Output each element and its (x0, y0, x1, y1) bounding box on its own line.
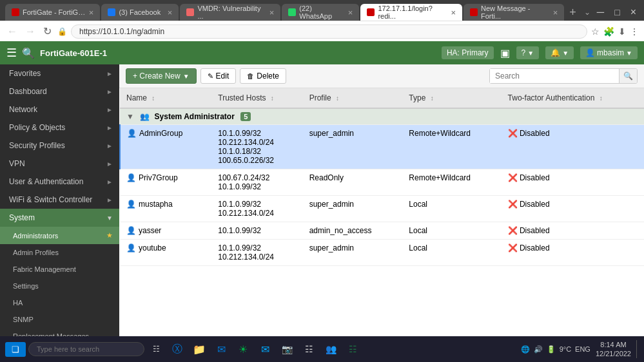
ha-status[interactable]: HA: Primary (442, 46, 494, 59)
tab-facebook[interactable]: (3) Facebook × (101, 4, 179, 21)
user-icon: 👤 (126, 173, 136, 182)
back-button[interactable]: ← (5, 26, 19, 37)
tab-close-vmdr[interactable]: × (269, 8, 275, 17)
sidebar-item-admin-profiles[interactable]: Admin Profiles (0, 244, 119, 261)
sidebar-item-dashboard[interactable]: Dashboard ► (0, 82, 119, 100)
alerts-menu[interactable]: 🔔 ▼ (545, 46, 574, 59)
tab-close-fortilogin[interactable]: × (451, 8, 456, 17)
maximize-button[interactable]: □ (612, 7, 622, 17)
delete-icon: 🗑 (247, 72, 254, 80)
table-row[interactable]: 👤 yasser 10.1.0.99/32 admin_no_access Lo… (120, 222, 644, 240)
taskbar-app-teams[interactable]: 👥 (321, 339, 340, 359)
col-trusted-hosts[interactable]: Trusted Hosts ↕ (211, 88, 302, 108)
tab-vmdr[interactable]: VMDR: Vulnerability ... × (180, 4, 280, 21)
name-cell: 👤 youtube (120, 240, 211, 266)
keyboard-lang: ENG (575, 345, 590, 353)
col-profile[interactable]: Profile ↕ (303, 88, 403, 108)
sidebar-item-ha[interactable]: HA (0, 294, 119, 311)
sort-profile-icon: ↕ (336, 95, 339, 102)
taskbar-app-apps[interactable]: ☷ (299, 339, 318, 359)
user-menu[interactable]: 👤 mbasim ▼ (580, 46, 638, 59)
taskbar-app-photos[interactable]: 📷 (277, 339, 297, 359)
sys-tray-area: 🌐 🔊 🔋 9°C ENG (521, 345, 590, 354)
battery-icon[interactable]: 🔋 (547, 345, 556, 354)
tab-fortinet[interactable]: FortiGate - FortiGa... × (5, 4, 100, 21)
help-menu[interactable]: ? ▼ (516, 46, 540, 59)
sidebar-item-user-auth[interactable]: User & Authentication ► (0, 173, 119, 191)
tab-close-facebook[interactable]: × (168, 8, 173, 17)
table-row[interactable]: 👤 mustapha 10.1.0.99/32 10.212.134.0/24 … (120, 196, 644, 222)
disabled-icon: ❌ (508, 129, 518, 138)
content-toolbar: + Create New ▼ ✎ Edit 🗑 Delete 🔍 (119, 64, 644, 88)
search-submit-icon[interactable]: 🔍 (619, 69, 637, 83)
tab-add-button[interactable]: + (565, 4, 580, 21)
download-icon[interactable]: ⬇ (618, 26, 626, 37)
extensions-icon[interactable]: 🧩 (603, 26, 614, 37)
address-bar: ← → ↻ 🔒 ☆ 🧩 ⬇ ⋮ (0, 21, 644, 41)
group-row-system-admin[interactable]: ▼ 👥 System Administrator 5 (120, 108, 644, 125)
taskbar-app-browser[interactable]: ☀ (233, 339, 253, 359)
taskbar-app-edge[interactable]: Ⓧ (168, 339, 187, 359)
clock-time: 8:14 AM (596, 340, 631, 349)
edit-button[interactable]: ✎ Edit (200, 68, 237, 84)
sidebar-item-security[interactable]: Security Profiles ► (0, 137, 119, 155)
col-name[interactable]: Name ↕ (120, 88, 211, 108)
search-icon[interactable]: 🔍 (22, 47, 35, 59)
table-row[interactable]: 👤 AdminGroup 10.1.0.99/32 10.212.134.0/2… (120, 125, 644, 169)
app: ☰ 🔍 FortiGate-601E-1 HA: Primary ▣ ? ▼ 🔔… (0, 41, 644, 359)
sort-name-icon: ↕ (151, 95, 155, 102)
network-icon[interactable]: 🌐 (521, 345, 530, 354)
sidebar-item-snmp[interactable]: SNMP (0, 311, 119, 328)
col-two-factor[interactable]: Two-factor Authentication ↕ (502, 88, 644, 108)
taskbar-search-input[interactable] (28, 342, 144, 356)
search-input[interactable] (490, 69, 619, 83)
group-label: System Administrator (155, 112, 235, 121)
volume-icon[interactable]: 🔊 (534, 345, 543, 354)
minimize-button[interactable]: ─ (594, 6, 607, 18)
bookmark-icon[interactable]: ☆ (591, 26, 600, 37)
tab-fortilogin[interactable]: 172.17.1.1/login?redi... × (360, 4, 462, 21)
sidebar-item-system[interactable]: System ▼ (0, 209, 119, 227)
sidebar-item-favorites[interactable]: Favorites ► (0, 64, 119, 82)
close-button[interactable]: × (628, 6, 639, 18)
sidebar-item-network[interactable]: Network ► (0, 100, 119, 119)
reload-button[interactable]: ↻ (41, 25, 54, 37)
delete-button[interactable]: 🗑 Delete (240, 68, 286, 84)
taskbar-app-excel[interactable]: ☷ (343, 339, 362, 359)
sidebar-item-settings[interactable]: Settings (0, 278, 119, 294)
tab-close-fortinet[interactable]: × (89, 8, 94, 17)
forward-button[interactable]: → (23, 26, 37, 37)
group-collapse-icon: ▼ (126, 112, 134, 121)
table-row[interactable]: 👤 Priv7Group 100.67.0.24/32 10.1.0.99/32… (120, 169, 644, 196)
tab-close-newmsg[interactable]: × (553, 8, 558, 17)
clock-area: 8:14 AM 12/21/2022 (596, 340, 631, 359)
disabled-icon: ❌ (508, 226, 518, 235)
app-topbar: ☰ 🔍 FortiGate-601E-1 HA: Primary ▣ ? ▼ 🔔… (0, 41, 644, 64)
sidebar-item-fabric-management[interactable]: Fabric Management (0, 261, 119, 278)
dropdown-arrow-icon: ▼ (183, 73, 190, 80)
col-type[interactable]: Type ↕ (402, 88, 501, 108)
create-new-button[interactable]: + Create New ▼ (126, 68, 197, 84)
group-count-badge: 5 (240, 112, 251, 121)
name-cell: 👤 yasser (120, 222, 211, 240)
taskbar-app-outlook[interactable]: ✉ (211, 339, 231, 359)
tab-newmsg[interactable]: New Message - Forti... × (463, 4, 564, 21)
sidebar-item-vpn[interactable]: VPN ► (0, 155, 119, 173)
terminal-icon[interactable]: ▣ (500, 47, 510, 59)
menu-icon[interactable]: ⋮ (630, 26, 639, 37)
taskbar-app-mail[interactable]: ✉ (255, 339, 275, 359)
tab-overflow-button[interactable]: ⌄ (581, 4, 593, 21)
table-row[interactable]: 👤 youtube 10.1.0.99/32 10.212.134.0/24 s… (120, 240, 644, 266)
sidebar-item-policy[interactable]: Policy & Objects ► (0, 119, 119, 137)
address-input[interactable] (71, 24, 587, 39)
hamburger-icon[interactable]: ☰ (6, 46, 17, 60)
start-button[interactable]: ❏ (5, 342, 26, 357)
tab-close-whatsapp[interactable]: × (348, 8, 353, 17)
browser-chrome: FortiGate - FortiGa... × (3) Facebook × … (0, 0, 644, 41)
task-view-button[interactable]: ☷ (147, 340, 165, 358)
sidebar-item-administrators[interactable]: Administrators ★ (0, 227, 119, 244)
tab-whatsapp[interactable]: (22) WhatsApp × (282, 4, 359, 21)
show-desktop-button[interactable] (636, 340, 639, 358)
taskbar-app-file[interactable]: 📁 (190, 339, 209, 359)
sidebar-item-wifi[interactable]: WiFi & Switch Controller ► (0, 191, 119, 209)
